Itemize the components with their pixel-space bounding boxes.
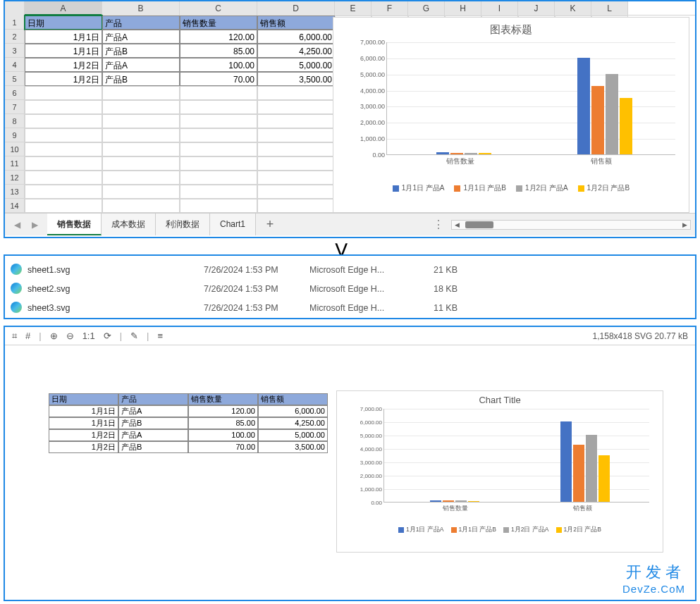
- cell-D1[interactable]: 销售额: [257, 16, 335, 30]
- cell-D9[interactable]: [257, 128, 335, 142]
- cell-C13[interactable]: [180, 185, 257, 199]
- col-I[interactable]: I: [481, 1, 518, 16]
- cell-D12[interactable]: [257, 171, 335, 185]
- row-8[interactable]: 8: [5, 114, 25, 128]
- cell-A7[interactable]: [25, 100, 102, 114]
- cell-D2[interactable]: 6,000.00: [257, 30, 335, 44]
- cell-D11[interactable]: [257, 156, 335, 171]
- embedded-chart[interactable]: 图表标题 0.001,000.002,000.003,000.004,000.0…: [333, 17, 689, 213]
- nav-prev-icon[interactable]: ◀: [14, 220, 20, 230]
- cell-D10[interactable]: [257, 142, 335, 156]
- row-4[interactable]: 4: [5, 58, 25, 72]
- col-L[interactable]: L: [591, 1, 628, 16]
- cell-B11[interactable]: [102, 156, 180, 171]
- cell-C1[interactable]: 销售数量: [180, 16, 257, 30]
- cell-B9[interactable]: [102, 128, 180, 142]
- cell-B1[interactable]: 产品: [102, 16, 180, 30]
- cell-A12[interactable]: [25, 171, 102, 185]
- file-row[interactable]: sheet1.svg7/26/2024 1:53 PMMicrosoft Edg…: [11, 260, 689, 279]
- cell-A8[interactable]: [25, 114, 102, 128]
- col-C[interactable]: C: [180, 1, 257, 16]
- tab-profit-data[interactable]: 利润数据: [156, 214, 210, 235]
- col-J[interactable]: J: [518, 1, 555, 16]
- list-icon[interactable]: ≡: [157, 331, 163, 341]
- row-9[interactable]: 9: [5, 128, 25, 142]
- cell-B5[interactable]: 产品B: [102, 72, 180, 86]
- cell-B6[interactable]: [102, 86, 180, 100]
- col-B[interactable]: B: [102, 1, 180, 16]
- row-6[interactable]: 6: [5, 86, 25, 100]
- cell-A3[interactable]: 1月1日: [25, 44, 102, 58]
- col-A[interactable]: A: [25, 1, 102, 16]
- cell-A14[interactable]: [25, 199, 102, 213]
- cell-A9[interactable]: [25, 128, 102, 142]
- cell-C3[interactable]: 85.00: [180, 44, 257, 58]
- cell-A10[interactable]: [25, 142, 102, 156]
- cell-B2[interactable]: 产品A: [102, 30, 180, 44]
- row-12[interactable]: 12: [5, 171, 25, 185]
- col-K[interactable]: K: [555, 1, 591, 16]
- select-all-corner[interactable]: [5, 1, 25, 16]
- cell-C14[interactable]: [180, 199, 257, 213]
- cell-C9[interactable]: [180, 128, 257, 142]
- scroll-left-icon[interactable]: ◀: [455, 221, 460, 228]
- more-tabs-icon[interactable]: ⋮: [433, 218, 444, 231]
- crop-icon[interactable]: ⌗: [12, 331, 17, 342]
- horizontal-scrollbar[interactable]: ◀ ▶: [451, 220, 691, 230]
- cell-C8[interactable]: [180, 114, 257, 128]
- col-D[interactable]: D: [257, 1, 335, 16]
- cell-C11[interactable]: [180, 156, 257, 171]
- add-sheet-button[interactable]: +: [256, 217, 284, 232]
- cell-D7[interactable]: [257, 100, 335, 114]
- row-10[interactable]: 10: [5, 142, 25, 156]
- cell-B12[interactable]: [102, 171, 180, 185]
- file-row[interactable]: sheet2.svg7/26/2024 1:53 PMMicrosoft Edg…: [11, 279, 689, 298]
- edit-icon[interactable]: ✎: [130, 331, 138, 341]
- cell-B8[interactable]: [102, 114, 180, 128]
- cell-B10[interactable]: [102, 142, 180, 156]
- tab-sales-data[interactable]: 销售数据: [47, 214, 102, 235]
- row-2[interactable]: 2: [5, 30, 25, 44]
- refresh-icon[interactable]: ⟳: [104, 331, 111, 341]
- cell-C7[interactable]: [180, 100, 257, 114]
- tab-cost-data[interactable]: 成本数据: [102, 214, 156, 235]
- cell-B4[interactable]: 产品A: [102, 58, 180, 72]
- cell-C6[interactable]: [180, 86, 257, 100]
- tab-chart1[interactable]: Chart1: [210, 214, 256, 235]
- cell-C4[interactable]: 100.00: [180, 58, 257, 72]
- fit-button[interactable]: 1:1: [82, 331, 95, 341]
- cell-D13[interactable]: [257, 185, 335, 199]
- cell-D8[interactable]: [257, 114, 335, 128]
- cell-A2[interactable]: 1月1日: [25, 30, 102, 44]
- file-row[interactable]: sheet3.svg7/26/2024 1:53 PMMicrosoft Edg…: [11, 298, 689, 317]
- cell-B13[interactable]: [102, 185, 180, 199]
- row-7[interactable]: 7: [5, 100, 25, 114]
- cell-C2[interactable]: 120.00: [180, 30, 257, 44]
- cell-B14[interactable]: [102, 199, 180, 213]
- cell-D3[interactable]: 4,250.00: [257, 44, 335, 58]
- zoom-in-icon[interactable]: ⊕: [50, 331, 58, 341]
- cell-C5[interactable]: 70.00: [180, 72, 257, 86]
- cell-D5[interactable]: 3,500.00: [257, 72, 335, 86]
- cell-D14[interactable]: [257, 199, 335, 213]
- cell-A1[interactable]: 日期: [25, 16, 102, 30]
- scroll-thumb[interactable]: [465, 221, 493, 228]
- cell-D4[interactable]: 5,000.00: [257, 58, 335, 72]
- col-E[interactable]: E: [335, 1, 372, 16]
- cell-A5[interactable]: 1月2日: [25, 72, 102, 86]
- cell-A11[interactable]: [25, 156, 102, 171]
- cell-C12[interactable]: [180, 171, 257, 185]
- row-11[interactable]: 11: [5, 156, 25, 171]
- cell-C10[interactable]: [180, 142, 257, 156]
- zoom-out-icon[interactable]: ⊖: [66, 331, 74, 341]
- row-3[interactable]: 3: [5, 44, 25, 58]
- cell-A13[interactable]: [25, 185, 102, 199]
- row-13[interactable]: 13: [5, 185, 25, 199]
- grid-icon[interactable]: #: [25, 331, 30, 341]
- cell-A6[interactable]: [25, 86, 102, 100]
- row-5[interactable]: 5: [5, 72, 25, 86]
- cell-D6[interactable]: [257, 86, 335, 100]
- col-G[interactable]: G: [408, 1, 445, 16]
- col-F[interactable]: F: [372, 1, 408, 16]
- cell-A4[interactable]: 1月2日: [25, 58, 102, 72]
